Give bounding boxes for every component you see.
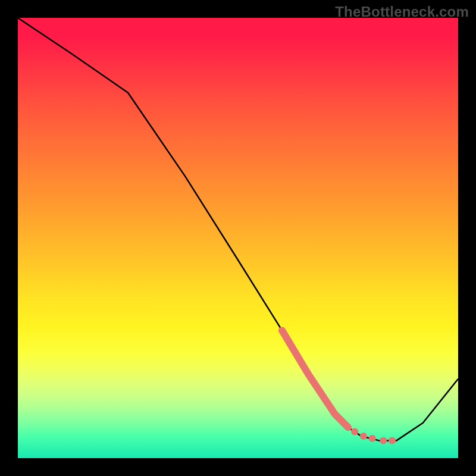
highlight-dot: [380, 437, 387, 444]
highlight-dot: [389, 437, 396, 444]
highlight-dot: [360, 433, 367, 440]
chart-frame: TheBottleneck.com: [0, 0, 476, 476]
highlight-dot: [351, 428, 358, 436]
highlight-dot: [369, 435, 376, 442]
chart-overlay: [18, 18, 458, 458]
highlight-dots: [351, 428, 396, 444]
watermark-text: TheBottleneck.com: [335, 4, 469, 20]
plot-area: [18, 18, 458, 458]
bottleneck-curve: [18, 18, 458, 440]
highlight-segment: [282, 330, 348, 427]
